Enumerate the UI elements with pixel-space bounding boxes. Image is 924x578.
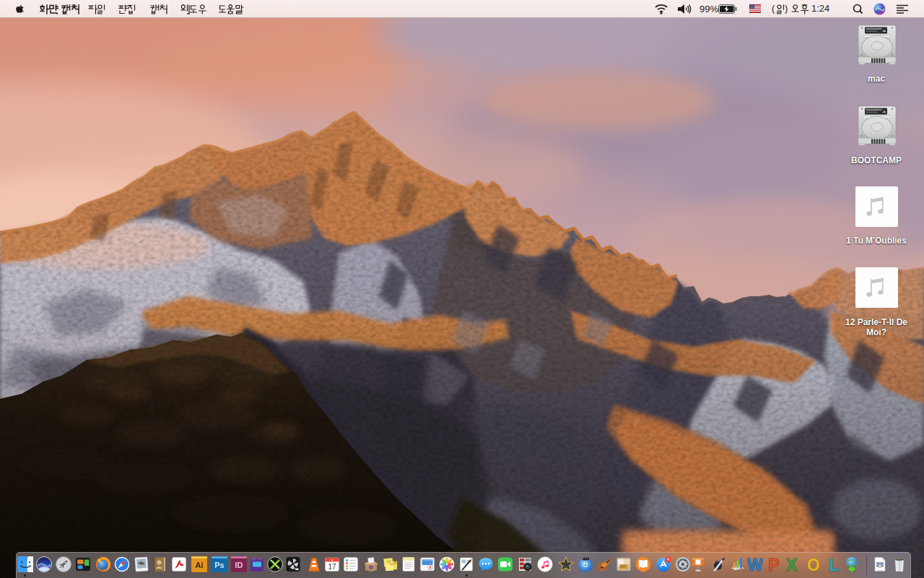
svg-text:O: O — [807, 556, 820, 572]
svg-text:Ai: Ai — [196, 561, 204, 569]
svg-text:P: P — [768, 556, 779, 572]
svg-text:L: L — [829, 556, 839, 572]
svg-text:4: 4 — [667, 557, 669, 561]
svg-text:ID: ID — [235, 561, 243, 569]
svg-text:X: X — [786, 556, 798, 572]
svg-text:W: W — [747, 556, 763, 572]
svg-text:Mgm: Mgm — [394, 561, 398, 564]
svg-text:JPEG: JPEG — [878, 569, 883, 571]
svg-text:Ps: Ps — [214, 561, 224, 569]
svg-text:17: 17 — [328, 563, 336, 571]
